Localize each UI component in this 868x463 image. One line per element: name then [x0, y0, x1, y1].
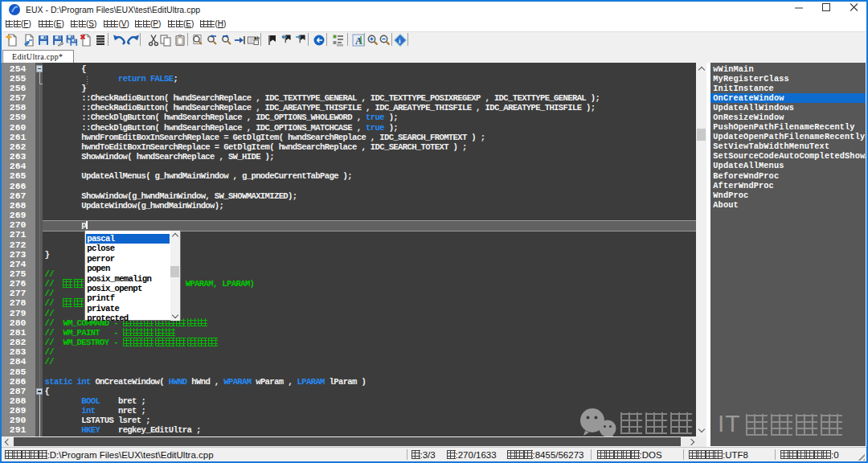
- svg-text:ab: ab: [254, 35, 260, 39]
